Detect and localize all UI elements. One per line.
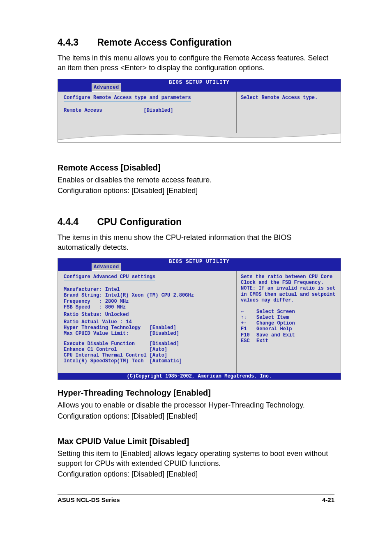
subheading-max-cpuid: Max CPUID Value Limit [Disabled]: [58, 437, 334, 446]
bios-option-speedstep[interactable]: Intel(R) SpeedStep(TM) Tech [Automatic]: [64, 358, 231, 364]
bios-option-thermal-control[interactable]: CPU Internal Thermal Control [Auto]: [64, 352, 231, 358]
bios-option-remote-access[interactable]: Remote Access [Disabled]: [64, 108, 231, 113]
section-heading-444: 4.4.4 CPU Configuration: [58, 216, 334, 228]
key-legend-row: ESCExit: [241, 338, 337, 344]
cpu-info-fsb: FSB Speed : 800 MHz: [64, 304, 231, 310]
key-legend-row: +-Change Option: [241, 320, 337, 326]
bios-screenshot-cpu-config: BIOS SETUP UTILITY Advanced Configure Ad…: [58, 258, 341, 380]
torn-edge-icon: [58, 133, 341, 142]
cpu-info-frequency: Frequency : 2800 MHz: [64, 299, 231, 304]
updown-arrow-icon: ↑↓: [241, 315, 256, 320]
bios-screenshot-remote-access: BIOS SETUP UTILITY Advanced Configure Re…: [58, 79, 341, 143]
cpu-info-ratio-value: Ratio Actual Value : 14: [64, 319, 231, 325]
bios-option-enhance-c1[interactable]: Enhance C1 Control [Auto]: [64, 347, 231, 352]
bios-help-pane: Sets the ratio between CPU Core Clock an…: [237, 271, 341, 373]
bios-option-hyperthreading[interactable]: Hyper Threading Technology [Enabled]: [64, 325, 231, 331]
footer-product-name: ASUS NCL-DS Series: [58, 496, 120, 503]
bios-body: Configure Advanced CPU settings Manufact…: [58, 271, 341, 373]
subheading-hyperthreading: Hyper-Threading Technology [Enabled]: [58, 388, 334, 398]
section-heading-443: 4.4.3 Remote Access Configuration: [58, 37, 334, 48]
remote-access-desc-1: Enables or disables the remote access fe…: [58, 175, 334, 185]
cpu-info-manufacturer: Manufacturer: Intel: [64, 287, 231, 292]
key-legend-row: F10Save and Exit: [241, 332, 337, 338]
section-title: Remote Access Configuration: [97, 37, 232, 48]
plusminus-icon: +-: [241, 320, 256, 326]
bios-body: Configure Remote Access type and paramet…: [58, 92, 341, 133]
remote-access-desc-2: Configuration options: [Disabled] [Enabl…: [58, 186, 334, 196]
bios-pane-heading: Configure Advanced CPU settings: [64, 274, 155, 281]
section-number: 4.4.4: [58, 216, 95, 228]
subheading-remote-access: Remote Access [Disabled]: [58, 163, 334, 173]
bios-main-pane: Configure Remote Access type and paramet…: [58, 92, 237, 133]
section-title: CPU Configuration: [97, 216, 182, 227]
section-444-intro: The items in this menu show the CPU-rela…: [58, 233, 334, 253]
page-footer: ASUS NCL-DS Series 4-21: [58, 494, 334, 503]
key-legend-row: F1General Help: [241, 326, 337, 332]
esc-key-label: ESC: [241, 338, 256, 344]
section-number: 4.4.3: [58, 37, 95, 48]
bios-key-legend: ←Select Screen ↑↓Select Item +-Change Op…: [241, 309, 337, 344]
footer-page-number: 4-21: [322, 496, 334, 503]
bios-tab-advanced[interactable]: Advanced: [92, 263, 121, 271]
bios-option-max-cpuid[interactable]: Max CPUID Value Limit: [Disabled]: [64, 331, 231, 336]
bios-help-text: Select Remote Access type.: [241, 95, 337, 101]
bios-option-execute-disable[interactable]: Execute Disable Function [Disabled]: [64, 341, 231, 347]
max-cpuid-desc-1: Setting this item to [Enabled] allows le…: [58, 449, 334, 469]
bios-tab-advanced[interactable]: Advanced: [92, 83, 121, 91]
bios-titlebar: BIOS SETUP UTILITY Advanced: [58, 79, 341, 92]
bios-main-pane: Configure Advanced CPU settings Manufact…: [58, 271, 237, 373]
cpu-info-brand: Brand String: Intel(R) Xeon (TM) CPU 2.8…: [64, 292, 231, 298]
left-arrow-icon: ←: [241, 309, 256, 315]
f10-key-label: F10: [241, 332, 256, 338]
hyperthreading-desc-1: Allows you to enable or disable the proc…: [58, 400, 334, 410]
key-legend-row: ←Select Screen: [241, 309, 337, 315]
bios-copyright-footer: (C)Copyright 1985-2002, American Megatre…: [58, 373, 341, 380]
max-cpuid-desc-2: Configuration options: [Disabled] [Enabl…: [58, 469, 334, 479]
torn-edge-decoration: [58, 133, 341, 142]
f1-key-label: F1: [241, 326, 256, 332]
cpu-info-ratio-status: Ratio Status: Unlocked: [64, 312, 231, 318]
bios-titlebar: BIOS SETUP UTILITY Advanced: [58, 258, 341, 271]
hyperthreading-desc-2: Configuration options: [Disabled] [Enabl…: [58, 411, 334, 421]
bios-pane-heading: Configure Remote Access type and paramet…: [64, 95, 191, 102]
key-legend-row: ↑↓Select Item: [241, 315, 337, 320]
bios-help-pane: Select Remote Access type.: [237, 92, 341, 133]
bios-help-text: Sets the ratio between CPU Core Clock an…: [241, 274, 337, 303]
section-443-intro: The items in this menu allows you to con…: [58, 53, 334, 73]
